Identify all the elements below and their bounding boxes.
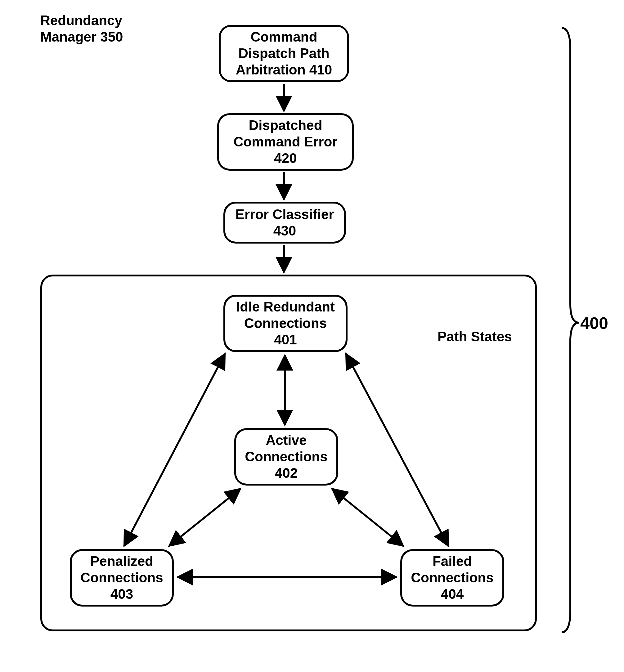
node-403-line1: Penalized — [90, 553, 153, 570]
diagram-canvas: Redundancy Manager 350 Command Dispatch … — [0, 0, 624, 672]
node-430-line1: Error Classifier — [235, 206, 334, 223]
node-420-line1: Dispatched — [249, 117, 322, 134]
ref-400-label: 400 — [580, 313, 608, 333]
node-failed-connections: Failed Connections 404 — [400, 549, 504, 606]
node-420-line3: 420 — [274, 150, 297, 166]
brace-400 — [562, 28, 579, 632]
node-402-line3: 402 — [275, 465, 297, 482]
node-410-line3: Arbitration 410 — [236, 62, 332, 78]
node-command-dispatch-path-arbitration: Command Dispatch Path Arbitration 410 — [219, 25, 349, 82]
node-error-classifier: Error Classifier 430 — [224, 202, 346, 243]
node-401-line2: Connections — [244, 315, 327, 332]
title-line1: Redundancy — [40, 13, 122, 28]
diagram-title: Redundancy Manager 350 — [40, 12, 123, 45]
node-403-line2: Connections — [80, 570, 163, 586]
node-dispatched-command-error: Dispatched Command Error 420 — [217, 113, 354, 171]
node-410-line2: Dispatch Path — [238, 45, 329, 62]
node-410-line1: Command — [251, 29, 317, 45]
node-404-line1: Failed — [433, 553, 472, 570]
node-404-line3: 404 — [441, 586, 464, 602]
path-states-label: Path States — [438, 329, 512, 344]
node-430-line2: 430 — [274, 223, 296, 239]
node-402-line2: Connections — [245, 449, 327, 465]
node-idle-redundant-connections: Idle Redundant Connections 401 — [224, 295, 347, 352]
node-420-line2: Command Error — [234, 134, 338, 150]
node-401-line1: Idle Redundant — [236, 299, 335, 315]
node-402-line1: Active — [266, 432, 307, 449]
title-line2: Manager 350 — [40, 29, 123, 44]
node-403-line3: 403 — [110, 586, 133, 602]
node-active-connections: Active Connections 402 — [234, 428, 338, 486]
node-penalized-connections: Penalized Connections 403 — [70, 549, 174, 606]
node-404-line2: Connections — [411, 570, 493, 586]
node-401-line3: 401 — [274, 332, 297, 348]
